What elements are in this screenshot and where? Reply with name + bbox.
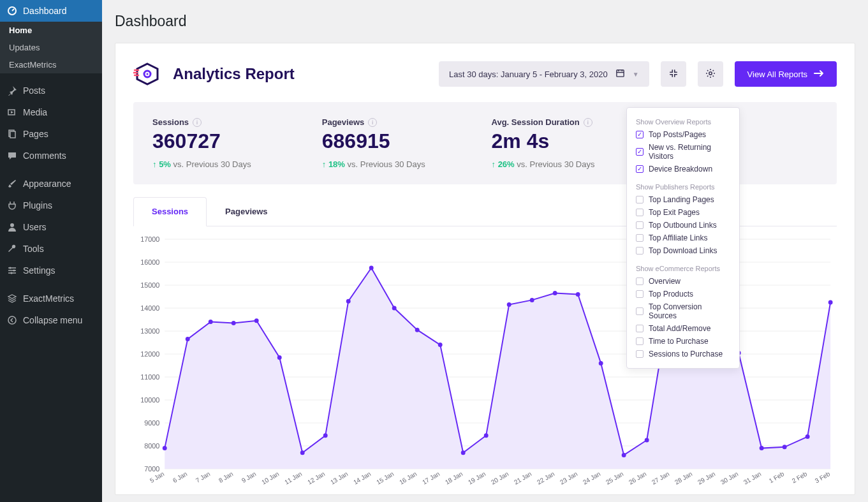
opt-time-purchase[interactable]: Time to Purchase	[627, 335, 739, 348]
collapse-widget-button[interactable]	[661, 61, 686, 87]
svg-point-11	[147, 73, 149, 75]
exactmetrics-icon	[6, 293, 18, 304]
svg-text:16000: 16000	[140, 258, 159, 266]
sliders-icon	[6, 265, 18, 276]
svg-point-8	[8, 316, 16, 324]
report-settings-popover: Show Overview Reports Top Posts/Pages Ne…	[626, 107, 740, 369]
info-icon[interactable]: i	[193, 118, 202, 127]
sidebar-item-media[interactable]: Media	[0, 101, 102, 123]
info-icon[interactable]: i	[584, 118, 592, 127]
stat-label: Pageviews	[322, 117, 365, 127]
svg-text:12000: 12000	[140, 350, 159, 358]
report-header: Analytics Report Last 30 days: January 5…	[133, 61, 837, 87]
svg-text:23 Jan: 23 Jan	[559, 470, 578, 486]
svg-text:27 Jan: 27 Jan	[651, 470, 670, 486]
svg-text:8 Jan: 8 Jan	[217, 470, 234, 484]
opt-new-vs-returning[interactable]: New vs. Returning Visitors	[627, 141, 739, 163]
stat-pageviews: Pageviewsi 686915 ↑ 18% vs. Previous 30 …	[322, 117, 479, 169]
opt-top-posts[interactable]: Top Posts/Pages	[627, 128, 739, 141]
plug-icon	[6, 200, 18, 211]
opt-conversion-sources[interactable]: Top Conversion Sources	[627, 300, 739, 322]
sidebar-label: Appearance	[23, 179, 71, 189]
sidebar-sub-home[interactable]: Home	[0, 22, 102, 39]
sidebar-item-comments[interactable]: Comments	[0, 145, 102, 166]
svg-text:29 Jan: 29 Jan	[696, 470, 716, 486]
opt-add-remove[interactable]: Total Add/Remove	[627, 322, 739, 335]
svg-text:10 Jan: 10 Jan	[260, 470, 280, 486]
sidebar-collapse[interactable]: Collapse menu	[0, 309, 102, 331]
sidebar-label: Plugins	[23, 200, 52, 210]
svg-point-6	[13, 270, 15, 272]
svg-text:11000: 11000	[140, 373, 159, 381]
opt-top-landing[interactable]: Top Landing Pages	[627, 193, 739, 206]
svg-text:1 Feb: 1 Feb	[768, 470, 786, 485]
svg-text:7 Jan: 7 Jan	[195, 470, 211, 484]
svg-text:20 Jan: 20 Jan	[490, 470, 510, 486]
checkbox-icon	[636, 350, 644, 358]
checkbox-icon	[636, 277, 644, 285]
chevron-down-icon: ▼	[633, 71, 639, 78]
svg-point-63	[783, 445, 787, 449]
sidebar-item-users[interactable]: Users	[0, 216, 102, 238]
comments-icon	[6, 150, 18, 161]
opt-top-products[interactable]: Top Products	[627, 288, 739, 300]
sidebar-item-posts[interactable]: Posts	[0, 80, 102, 101]
settings-button[interactable]	[698, 61, 723, 87]
opt-sessions-purchase[interactable]: Sessions to Purchase	[627, 348, 739, 360]
sidebar-item-exactmetrics[interactable]: ExactMetrics	[0, 288, 102, 309]
checkbox-icon	[636, 307, 644, 315]
stat-avg-duration: Avg. Session Durationi 2m 4s ↑ 26% vs. P…	[492, 117, 649, 169]
svg-text:16 Jan: 16 Jan	[398, 470, 418, 486]
stat-delta: ↑ 26% vs. Previous 30 Days	[492, 159, 649, 169]
sidebar-sub-updates[interactable]: Updates	[0, 39, 102, 56]
opt-top-affiliate[interactable]: Top Affiliate Links	[627, 232, 739, 244]
sidebar-label: Users	[23, 222, 47, 232]
tab-pageviews[interactable]: Pageviews	[207, 197, 286, 226]
stat-value: 2m 4s	[492, 129, 649, 153]
svg-point-54	[576, 292, 580, 297]
svg-text:3 Feb: 3 Feb	[814, 470, 832, 485]
sidebar-item-settings[interactable]: Settings	[0, 260, 102, 281]
opt-top-outbound[interactable]: Top Outbound Links	[627, 219, 739, 232]
tab-sessions[interactable]: Sessions	[133, 197, 207, 226]
svg-point-55	[599, 361, 603, 365]
stat-label: Avg. Session Duration	[492, 117, 580, 127]
info-icon[interactable]: i	[368, 118, 377, 127]
svg-text:25 Jan: 25 Jan	[605, 470, 624, 486]
date-range-picker[interactable]: Last 30 days: January 5 - February 3, 20…	[439, 61, 649, 87]
sidebar-item-dashboard[interactable]: Dashboard	[0, 0, 102, 22]
stat-label: Sessions	[152, 117, 189, 127]
sidebar-item-plugins[interactable]: Plugins	[0, 195, 102, 216]
svg-point-38	[209, 320, 213, 324]
svg-text:22 Jan: 22 Jan	[536, 470, 555, 486]
admin-sidebar: Dashboard Home Updates ExactMetrics Post…	[0, 0, 102, 502]
checkbox-icon	[636, 196, 644, 203]
svg-text:18 Jan: 18 Jan	[444, 470, 464, 486]
svg-point-50	[484, 433, 489, 438]
svg-point-48	[438, 343, 443, 347]
svg-rect-3	[10, 131, 15, 138]
view-all-reports-button[interactable]: View All Reports	[735, 61, 837, 87]
opt-overview[interactable]: Overview	[627, 275, 739, 288]
svg-point-51	[507, 302, 511, 307]
sidebar-sub-exactmetrics[interactable]: ExactMetrics	[0, 56, 102, 73]
svg-point-57	[645, 438, 649, 443]
stat-delta: ↑ 5% vs. Previous 30 Days	[152, 159, 309, 169]
checkbox-icon	[636, 325, 644, 332]
popover-heading: Show Publishers Reports	[627, 181, 739, 193]
gear-icon	[705, 68, 716, 80]
svg-point-43	[323, 433, 328, 438]
page-title: Dashboard	[115, 0, 855, 43]
svg-text:14 Jan: 14 Jan	[352, 470, 372, 486]
opt-device-breakdown[interactable]: Device Breakdown	[627, 163, 739, 175]
opt-top-exit[interactable]: Top Exit Pages	[627, 206, 739, 219]
sidebar-item-appearance[interactable]: Appearance	[0, 173, 102, 195]
opt-top-download[interactable]: Top Download Links	[627, 244, 739, 257]
svg-text:7000: 7000	[144, 465, 159, 473]
sidebar-item-tools[interactable]: Tools	[0, 238, 102, 260]
svg-point-65	[828, 300, 833, 305]
svg-text:13000: 13000	[140, 327, 159, 335]
svg-point-47	[415, 328, 420, 332]
sidebar-item-pages[interactable]: Pages	[0, 123, 102, 145]
stat-value: 686915	[322, 129, 479, 153]
